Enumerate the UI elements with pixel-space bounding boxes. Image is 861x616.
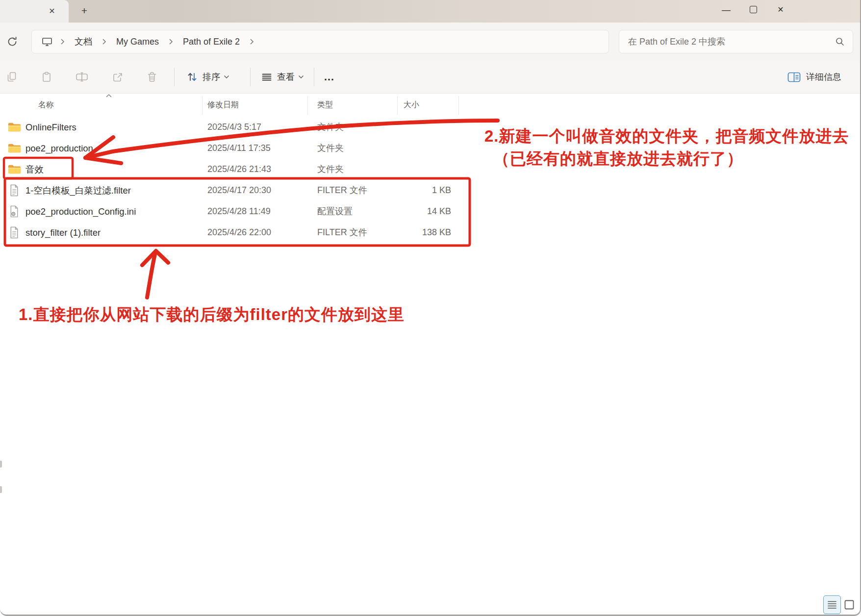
search-input[interactable] [627,36,835,48]
folder-icon [8,142,21,154]
file-date: 2025/4/17 20:30 [207,180,271,201]
maximize-button[interactable] [740,0,766,20]
file-date: 2025/4/26 22:00 [207,222,271,243]
table-row[interactable]: story_filter (1).filter 2025/4/26 22:00 … [0,222,860,243]
rename-icon [76,71,88,83]
search-icon [835,37,845,47]
folder-icon [8,121,21,133]
file-icon [8,142,21,154]
file-size: 1 KB [387,180,451,201]
command-toolbar: 排序 查看 … 详细信息 [0,61,860,94]
column-divider[interactable] [307,96,308,115]
breadcrumb-item-my-games[interactable]: My Games [110,35,165,49]
paste-button[interactable] [35,66,58,88]
file-size: 138 KB [387,222,451,243]
breadcrumb-item-path-of-exile-2[interactable]: Path of Exile 2 [177,35,246,49]
chevron-right-icon [57,38,68,45]
delete-button[interactable] [140,66,164,88]
new-tab-button[interactable]: + [77,4,91,18]
file-date: 2025/4/11 17:35 [207,138,271,159]
file-type: 文件夹 [317,117,344,138]
explorer-tab[interactable]: ✕ [0,0,69,23]
settings-file-icon [9,205,19,218]
file-date: 2025/4/3 5:17 [207,117,261,138]
file-size [387,159,451,180]
document-icon [9,226,19,239]
view-button[interactable]: 查看 [257,66,308,88]
table-row[interactable]: poe2_production 2025/4/11 17:35 文件夹 [0,138,860,159]
chevron-right-icon [99,38,109,45]
column-header-type[interactable]: 类型 [317,100,333,110]
paste-icon [41,71,52,83]
chevron-right-icon [166,38,176,45]
file-icon [8,226,21,238]
more-options-icon: … [324,71,335,83]
annotation-up-arrow-shaft [147,254,155,297]
details-pane-button[interactable]: 详细信息 [784,66,845,88]
document-icon [9,184,19,197]
folder-icon [8,163,21,175]
table-row[interactable]: poe2_production_Config.ini 2025/4/28 11:… [0,201,860,222]
details-view-icon [827,600,837,610]
monitor-icon [38,37,56,47]
file-type: FILTER 文件 [317,180,367,201]
details-panel-icon [787,72,801,82]
file-icon [8,163,21,175]
sort-button[interactable]: 排序 [182,66,233,88]
sort-ascending-caret-icon [105,93,113,98]
file-size [387,117,451,138]
file-name: 音效 [25,159,44,180]
minimize-button[interactable]: — [713,0,739,20]
table-row[interactable]: 音效 2025/4/26 21:43 文件夹 [0,159,860,180]
column-divider[interactable] [202,96,203,115]
close-button[interactable]: ✕ [768,0,793,20]
file-type: 配置设置 [317,201,353,222]
chevron-right-icon [247,38,257,45]
share-button[interactable] [106,66,129,88]
rename-button[interactable] [70,66,94,88]
file-size [387,138,451,159]
copy-icon [6,71,18,83]
tab-close-icon[interactable]: ✕ [45,4,59,18]
search-box[interactable] [619,30,853,53]
file-type: FILTER 文件 [317,222,367,243]
file-type: 文件夹 [317,159,344,180]
table-row[interactable]: 1-空白模板_白菜过滤.filter 2025/4/17 20:30 FILTE… [0,180,860,201]
large-icons-view-toggle[interactable] [843,599,855,611]
chevron-down-icon [298,75,304,79]
refresh-icon [6,36,18,48]
file-name: poe2_production_Config.ini [25,201,136,222]
file-icon [8,184,21,196]
column-header-date[interactable]: 修改日期 [207,100,239,110]
view-label: 查看 [277,71,295,83]
details-pane-label: 详细信息 [806,71,841,83]
more-options-button[interactable]: … [318,66,341,88]
breadcrumb-item-documents[interactable]: 文档 [69,34,98,49]
file-icon [8,121,21,133]
view-lines-icon [261,71,273,83]
file-name: 1-空白模板_白菜过滤.filter [25,180,131,201]
column-header-name[interactable]: 名称 [38,100,54,110]
toolbar-divider [174,68,175,86]
refresh-button[interactable] [4,33,21,50]
trash-icon [146,71,158,83]
breadcrumb[interactable]: 文档 My Games Path of Exile 2 [31,30,609,53]
navigation-bar: 文档 My Games Path of Exile 2 [0,23,860,61]
toolbar-divider [314,68,314,86]
details-view-toggle[interactable] [823,595,841,614]
file-name: story_filter (1).filter [25,222,101,243]
edge-artifact [0,486,2,493]
sort-label: 排序 [203,71,220,83]
copy-button[interactable] [0,66,24,88]
file-icon [8,205,21,217]
file-name: OnlineFilters [25,117,76,138]
column-divider[interactable] [397,96,398,115]
file-size: 14 KB [387,201,451,222]
tab-strip: ✕ + — ✕ [0,0,860,23]
table-row[interactable]: OnlineFilters 2025/4/3 5:17 文件夹 [0,117,860,138]
column-divider[interactable] [458,96,459,115]
edge-artifact [0,461,2,468]
sort-arrows-icon [186,71,198,83]
file-type: 文件夹 [317,138,344,159]
column-header-size[interactable]: 大小 [404,100,419,110]
